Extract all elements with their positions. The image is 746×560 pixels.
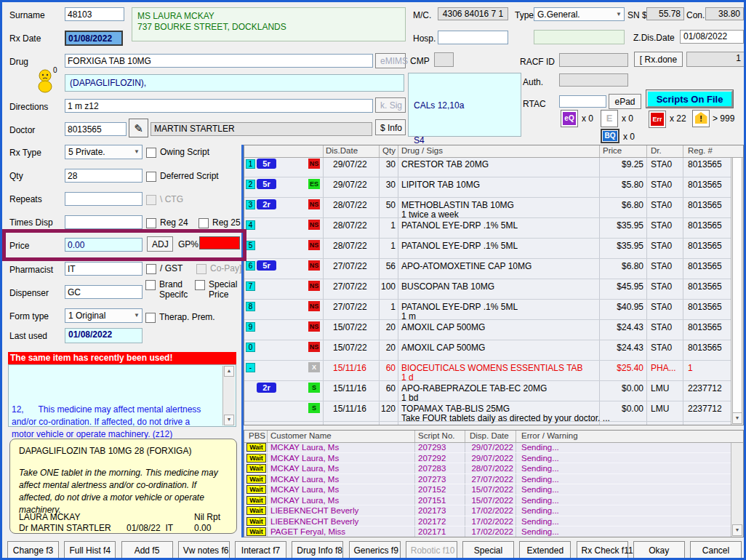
patient-type-select[interactable]: G.General.▼ [534,7,625,21]
directions-input[interactable] [65,99,373,113]
footer-button[interactable]: Extended [519,541,571,559]
history-row[interactable]: S 15/11/16 120 TOPAMAX TAB-BLIS 25MG Tak… [244,401,731,422]
brand-specific-checkbox[interactable]: Brand Specifc [145,279,195,300]
checkbox-box[interactable] [145,313,156,323]
doctor-input[interactable] [65,122,127,136]
history-row[interactable]: 4 NS 28/07/22 1 PATANOL EYE-DRP .1% 5ML … [244,218,731,239]
doctor-code: STA0 [651,281,672,292]
pbs-status-badge: Wait [246,485,266,494]
checkbox-box[interactable] [145,280,156,290]
footer-button[interactable]: Add f5 [121,541,173,559]
therap-prem-checkbox[interactable]: Therap. Prem. [145,312,215,323]
times-disp-input[interactable] [65,215,143,229]
history-row[interactable]: 2 5r ES 29/07/22 30 LIPITOR TAB 10MG $5.… [244,177,731,198]
queue-row[interactable]: Wait MCKAY Laura, Ms 207292 29/07/2022 S… [244,453,731,464]
scroll-up-icon[interactable]: ▲ [224,366,234,377]
history-row[interactable]: 0 NS 15/07/22 20 AMOXIL CAP 500MG $24.43… [244,340,731,361]
history-row[interactable]: 5 NS 28/07/22 1 PATANOL EYE-DRP .1% 5ML … [244,239,731,259]
queue-row[interactable]: Wait PAGET Feryal, Miss 202171 17/02/202… [244,527,731,537]
footer-button[interactable]: Rx Check f11 [577,541,628,559]
checkbox-box[interactable] [198,218,209,228]
patient-address: 737 BOURKE STREET, DOCKLANDS [137,22,400,33]
footer-button[interactable]: Full Hist f4 [64,541,116,559]
footer-button[interactable]: Vw notes f6 [178,541,230,559]
alert-icon[interactable]: ! [692,110,710,127]
queue-row[interactable]: Wait LIEBEKNECHT Beverly 202173 17/02/20… [244,505,731,516]
reg24-checkbox[interactable]: Reg 24 [146,217,188,228]
queue-scrollbar[interactable]: ▲ ▼ [731,431,743,537]
history-row[interactable]: 1 5r NS 29/07/22 30 CRESTOR TAB 20MG $9.… [244,157,731,177]
caution-line: 12, This medicine may affect mental aler… [12,404,212,441]
queue-row[interactable]: Wait MCKAY Laura, Ms 207151 15/07/2022 S… [244,495,731,506]
qty-input[interactable] [65,169,143,183]
history-row[interactable]: - X 15/11/16 60 BIOCEUTICALS WOMENS ESSE… [244,361,731,381]
auth-box [559,73,628,87]
history-row[interactable]: 7 NS 27/07/22 100 BUSCOPAN TAB 10MG $45.… [244,279,731,300]
queue-row[interactable]: Wait MCKAY Laura, Ms 207273 27/07/2022 S… [244,474,731,485]
info-button[interactable]: $ Info [375,119,406,135]
checkbox-box[interactable] [195,280,205,290]
history-row[interactable]: 6 5r NS 27/07/22 56 APO-ATOMOXETINE CAP … [244,259,731,279]
repeats-input[interactable] [65,192,143,206]
rx-done-button[interactable]: [ Rx.done [634,52,683,67]
dispenser-input[interactable] [65,285,143,299]
rx-type-select[interactable]: 5 Private.▼ [65,145,143,159]
special-price-checkbox[interactable]: Special Price [195,279,241,300]
rx-date-input[interactable] [65,31,123,46]
error-icon[interactable]: Err [649,111,666,128]
epad-button[interactable]: ePad [609,94,641,109]
reg25-checkbox[interactable]: Reg 25 [198,217,241,228]
equeue-count: x 0 [582,113,593,124]
caution-scrollbar[interactable]: ▲ ▼ [222,366,235,425]
form-type-select[interactable]: 1 Original▼ [65,308,143,323]
edit-doctor-button[interactable]: ✎ [129,119,148,137]
history-scrollbar[interactable]: ▲ ▼ [731,145,743,425]
scroll-down-icon[interactable]: ▼ [732,524,742,536]
hosp-input[interactable] [438,31,508,44]
gst-checkbox[interactable]: / GST [146,263,183,274]
queue-row[interactable]: Wait MCKAY Laura, Ms 207152 15/07/2022 S… [244,484,731,495]
history-row[interactable]: 8 NS 27/07/22 1 PATANOL EYE-DRP .1% 5ML … [244,300,731,320]
history-row[interactable]: 9 NS 15/07/22 20 AMOXIL CAP 500MG $24.43… [244,320,731,340]
scrollbar-thumb[interactable] [732,157,742,413]
scroll-down-icon[interactable]: ▼ [732,412,742,424]
footer-button[interactable]: Special [462,541,514,559]
deferred-script-checkbox[interactable]: Deferred Script [146,171,219,182]
script-number: 202173 [418,506,446,515]
queue-row[interactable]: Wait LIEBEKNECHT Beverly 202172 17/02/20… [244,516,731,527]
owing-script-checkbox[interactable]: Owing Script [146,147,209,158]
scripts-on-file-button[interactable]: Scripts On File [646,90,733,108]
cmp-label: CMP [410,56,430,66]
scroll-down-icon[interactable]: ▼ [224,415,234,425]
bq-icon[interactable]: BQ [601,129,619,143]
rtac-input[interactable] [559,95,606,108]
sig-directions: Take FOUR tablets daily as directed by y… [401,413,610,423]
dispense-date: 17/02/2022 [467,517,513,526]
checkbox-box[interactable] [146,218,156,228]
drug-input[interactable] [65,54,373,68]
queue-row[interactable]: Wait MCKAY Laura, Ms 207283 28/07/2022 S… [244,463,731,474]
footer-button[interactable]: Okay [633,541,685,559]
checkbox-box[interactable] [146,172,156,182]
surname-input[interactable] [65,7,124,21]
dispense-date: 15/07/22 [333,322,367,332]
adjust-price-button[interactable]: ADJ [147,236,173,252]
footer-button[interactable]: Robotic f10 [406,541,457,559]
price-input[interactable] [65,238,143,252]
pharmacist-input[interactable] [65,262,143,276]
checkbox-box[interactable] [146,264,156,274]
footer-button[interactable]: Interact f7 [235,541,286,559]
equeue-icon[interactable]: eQ [561,110,578,127]
checkbox-box[interactable] [146,148,156,158]
safety-net-box [534,30,625,44]
escript-icon[interactable]: E [601,110,618,127]
footer-button[interactable]: Generics f9 [349,541,401,559]
footer-button[interactable]: Change f3 [7,541,59,559]
queue-row[interactable]: Wait MCKAY Laura, Ms 207293 29/07/2022 S… [244,442,731,453]
price: $0.00 [600,404,643,414]
footer-button[interactable]: Drug Info f8 [292,541,343,559]
dispense-date: 15/07/2022 [467,496,513,505]
history-row[interactable]: 3 2r NS 28/07/22 50 METHOBLASTIN TAB 10M… [244,198,731,218]
history-row[interactable]: = 2r S 15/11/16 60 APO-RABEPRAZOLE TAB-E… [244,381,731,401]
footer-button[interactable]: Cancel [690,541,742,559]
